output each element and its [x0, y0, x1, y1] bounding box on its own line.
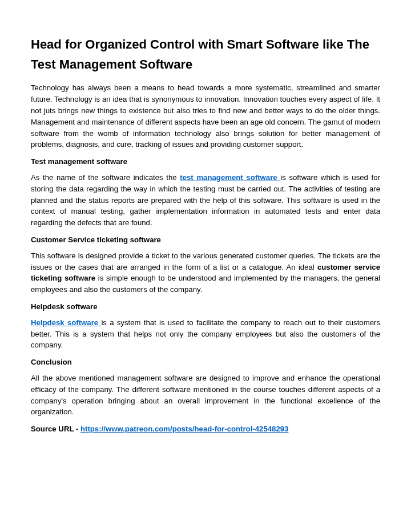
helpdesk-software-link[interactable]: Helpdesk software — [31, 318, 101, 327]
section-body-test-management: As the name of the software indicates th… — [31, 172, 380, 229]
source-label: Source URL - — [31, 425, 80, 433]
text-segment: As the name of the software indicates th… — [31, 173, 180, 182]
intro-paragraph: Technology has always been a means to he… — [31, 82, 380, 150]
section-heading-conclusion: Conclusion — [31, 357, 380, 368]
section-body-customer-service: This software is designed provide a tick… — [31, 250, 380, 295]
section-heading-test-management: Test management software — [31, 156, 380, 167]
source-line: Source URL - https://www.patreon.com/pos… — [31, 423, 380, 435]
section-heading-helpdesk: Helpdesk software — [31, 301, 380, 313]
test-management-software-link[interactable]: test management software — [180, 173, 280, 182]
section-heading-customer-service: Customer Service ticketing software — [31, 234, 380, 246]
section-body-conclusion: All the above mentioned management softw… — [31, 373, 380, 418]
source-url-link[interactable]: https://www.patreon.com/posts/head-for-c… — [80, 425, 288, 433]
section-body-helpdesk: Helpdesk software is a system that is us… — [31, 317, 380, 351]
page-title: Head for Organized Control with Smart So… — [31, 34, 380, 74]
